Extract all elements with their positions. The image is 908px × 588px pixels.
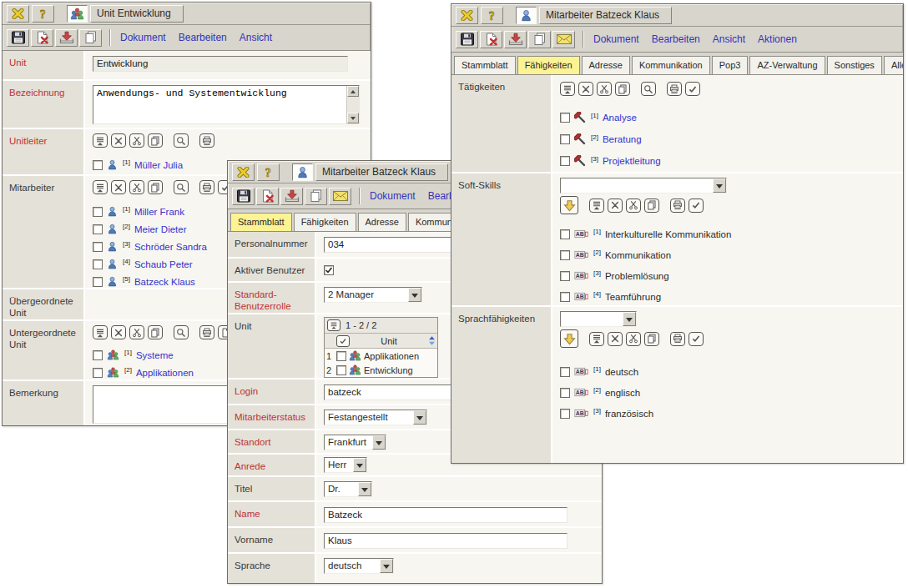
unitleiter-link[interactable]: Müller Julia <box>134 160 183 170</box>
taetigkeit-link[interactable]: Analyse <box>603 113 637 123</box>
add-selected-icon[interactable] <box>560 196 578 214</box>
name-input[interactable] <box>324 507 568 523</box>
select-all-icon[interactable] <box>689 332 704 346</box>
list-icon[interactable] <box>93 180 108 194</box>
benutzerrolle-select[interactable]: 2 Manager <box>324 287 422 303</box>
bezeichnung-textarea[interactable]: Anwendungs- und Systementwicklung <box>93 86 346 123</box>
aktiver-benutzer-checkbox[interactable] <box>324 265 334 275</box>
copy-icon[interactable] <box>644 199 659 213</box>
tab-stammblatt[interactable]: Stammblatt <box>230 213 292 231</box>
item-checkbox[interactable] <box>560 229 570 239</box>
menu-aktionen[interactable]: Aktionen <box>758 33 797 45</box>
tab-adresse[interactable]: Adresse <box>582 56 630 74</box>
search-icon[interactable] <box>174 180 189 194</box>
mitarbeiter-link[interactable]: Meier Dieter <box>134 224 187 234</box>
dropdown-arrow-icon[interactable] <box>358 482 371 496</box>
dropdown-arrow-icon[interactable] <box>713 178 726 193</box>
item-checkbox[interactable] <box>93 160 103 170</box>
item-checkbox[interactable] <box>560 388 570 398</box>
tab-az-verwaltung[interactable]: AZ-Verwaltung <box>749 56 825 74</box>
mitarbeiter-link[interactable]: Schaub Peter <box>134 259 193 269</box>
select-all-icon[interactable] <box>689 199 704 213</box>
tab-alle[interactable]: Alle <box>884 56 904 74</box>
item-checkbox[interactable] <box>560 292 570 302</box>
scroll-up-button[interactable] <box>347 86 359 97</box>
item-checkbox[interactable] <box>560 367 570 377</box>
item-checkbox[interactable] <box>560 250 570 260</box>
search-icon[interactable] <box>641 82 656 96</box>
item-checkbox[interactable] <box>93 368 103 378</box>
item-checkbox[interactable] <box>560 134 570 144</box>
menu-bearbeiten[interactable]: Bearbeiten <box>179 32 227 43</box>
delete-icon[interactable] <box>111 133 126 148</box>
tab-pop3[interactable]: Pop3 <box>712 56 749 74</box>
taetigkeit-link[interactable]: Projektleitung <box>603 156 661 166</box>
list-icon[interactable] <box>589 199 604 213</box>
anrede-select[interactable]: Herr <box>324 457 367 473</box>
help-button[interactable] <box>481 7 503 24</box>
save-button[interactable] <box>456 31 478 48</box>
dropdown-arrow-icon[interactable] <box>372 435 386 450</box>
print-icon[interactable] <box>199 133 214 148</box>
copy-icon[interactable] <box>148 180 163 194</box>
dropdown-arrow-icon[interactable] <box>380 559 393 573</box>
taetigkeit-link[interactable]: Beratung <box>603 134 642 144</box>
tab-kommunikation[interactable]: Kommunikation <box>632 56 710 74</box>
select-all-icon[interactable] <box>336 335 350 347</box>
row-checkbox[interactable] <box>336 351 346 361</box>
soft-skills-select[interactable] <box>560 178 727 193</box>
checkin-button[interactable] <box>504 31 527 48</box>
list-icon[interactable] <box>93 133 108 148</box>
delete-icon[interactable] <box>111 325 126 339</box>
item-checkbox[interactable] <box>560 113 570 123</box>
item-checkbox[interactable] <box>560 156 570 166</box>
sprachfaehigkeiten-select[interactable] <box>560 311 637 327</box>
select-all-icon[interactable] <box>685 82 700 96</box>
cut-icon[interactable] <box>129 133 144 148</box>
mitarbeiter-link[interactable]: Batzeck Klaus <box>134 277 195 287</box>
scrollbar[interactable] <box>346 86 359 123</box>
print-icon[interactable] <box>199 180 214 194</box>
unit-link[interactable]: Systeme <box>136 350 174 360</box>
unit-input[interactable] <box>93 56 348 72</box>
close-button[interactable] <box>232 163 255 181</box>
copy-document-button[interactable] <box>79 29 102 47</box>
print-icon[interactable] <box>199 325 214 339</box>
print-icon[interactable] <box>667 82 682 96</box>
item-checkbox[interactable] <box>93 242 103 252</box>
dropdown-arrow-icon[interactable] <box>408 288 421 302</box>
delete-icon[interactable] <box>578 82 593 96</box>
cut-icon[interactable] <box>626 332 641 346</box>
tab-faehigkeiten[interactable]: Fähigkeiten <box>517 56 580 74</box>
item-checkbox[interactable] <box>93 350 103 360</box>
cut-icon[interactable] <box>129 180 144 194</box>
item-checkbox[interactable] <box>560 409 570 419</box>
mitarbeiter-link[interactable]: Miller Frank <box>134 207 184 217</box>
close-button[interactable] <box>456 7 478 24</box>
sprache-select[interactable]: deutsch <box>324 558 394 574</box>
mitarbeiterstatus-select[interactable]: Festangestellt <box>324 410 427 425</box>
add-selected-icon[interactable] <box>560 329 578 348</box>
tab-faehigkeiten[interactable]: Fähigkeiten <box>294 213 356 231</box>
delete-icon[interactable] <box>608 332 623 346</box>
list-icon[interactable] <box>327 319 340 331</box>
list-icon[interactable] <box>93 325 108 339</box>
dropdown-arrow-icon[interactable] <box>353 458 366 472</box>
print-icon[interactable] <box>670 199 685 213</box>
dropdown-arrow-icon[interactable] <box>623 312 636 326</box>
scroll-down-button[interactable] <box>347 113 359 123</box>
cut-icon[interactable] <box>626 199 641 213</box>
menu-ansicht[interactable]: Ansicht <box>240 32 272 43</box>
menu-dokument[interactable]: Dokument <box>593 33 639 45</box>
item-checkbox[interactable] <box>93 259 103 269</box>
cut-icon[interactable] <box>129 325 144 339</box>
tab-stammblatt[interactable]: Stammblatt <box>454 56 516 74</box>
tab-adresse[interactable]: Adresse <box>358 213 406 231</box>
item-checkbox[interactable] <box>560 271 570 281</box>
print-icon[interactable] <box>670 332 685 346</box>
item-checkbox[interactable] <box>93 277 103 287</box>
delete-document-button[interactable] <box>31 29 53 47</box>
copy-icon[interactable] <box>644 332 659 346</box>
mail-button[interactable] <box>329 188 351 205</box>
item-checkbox[interactable] <box>93 207 103 217</box>
